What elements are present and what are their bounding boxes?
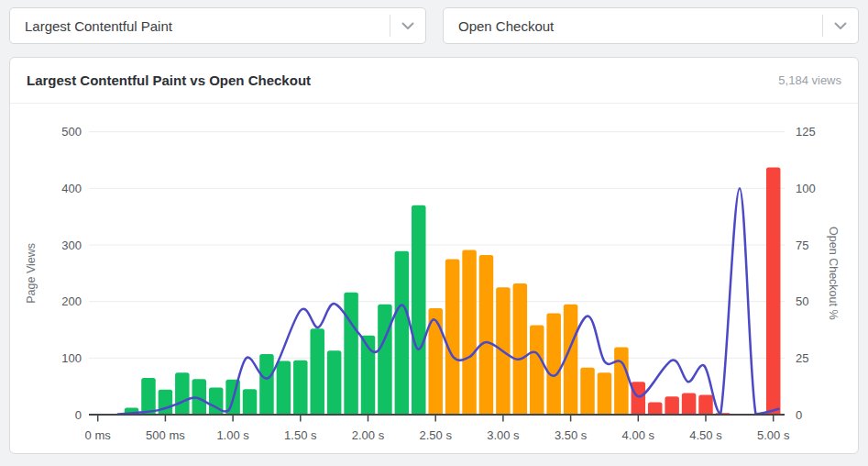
right-tick-label: 25 — [796, 351, 808, 365]
event-dropdown[interactable]: Open Checkout — [443, 7, 859, 44]
histogram-bar — [479, 255, 494, 415]
right-tick-label: 0 — [796, 408, 802, 422]
views-count: 5,184 views — [778, 73, 841, 87]
x-tick-label: 5.00 s — [757, 428, 790, 442]
histogram-bar — [632, 382, 646, 415]
histogram-bar — [580, 368, 595, 415]
right-tick-label: 100 — [796, 182, 816, 195]
histogram-bar — [293, 361, 308, 415]
histogram-bar — [445, 259, 460, 415]
chart-card-header: Largest Contentful Paint vs Open Checkou… — [10, 58, 858, 104]
histogram-bar — [698, 394, 713, 415]
histogram-bar — [344, 293, 358, 415]
left-tick-label: 100 — [61, 351, 82, 365]
x-tick-label: 3.50 s — [555, 428, 588, 442]
histogram-bar — [259, 354, 274, 415]
right-tick-label: 125 — [796, 125, 816, 139]
right-tick-label: 75 — [796, 239, 808, 252]
histogram-bar — [766, 168, 781, 415]
histogram-bar — [546, 314, 561, 415]
histogram-bar — [614, 348, 629, 415]
histogram-bar — [530, 326, 544, 415]
x-tick-label: 2.50 s — [419, 428, 452, 442]
histogram-bar — [598, 372, 612, 415]
histogram-bar — [243, 389, 258, 415]
histogram-bar — [648, 402, 663, 415]
histogram-bar — [141, 378, 156, 415]
chart-card: Largest Contentful Paint vs Open Checkou… — [9, 57, 859, 454]
left-tick-label: 300 — [61, 239, 82, 252]
histogram-bar — [175, 372, 190, 415]
histogram-bar — [378, 305, 392, 415]
histogram-bar — [310, 328, 324, 415]
histogram-bar — [277, 361, 291, 415]
metric-dropdown-value: Largest Contentful Paint — [10, 18, 390, 34]
right-axis-title: Open Checkout % — [827, 227, 840, 319]
histogram-bar — [462, 250, 477, 415]
x-tick-label: 4.50 s — [689, 428, 722, 442]
chart-area: 0 ms500 ms1.00 s1.50 s2.00 s2.50 s3.00 s… — [10, 104, 858, 453]
histogram-bar — [513, 283, 528, 415]
x-tick-label: 4.00 s — [622, 428, 655, 442]
x-tick-label: 1.00 s — [216, 428, 249, 442]
x-tick-label: 1.50 s — [284, 428, 317, 442]
histogram-bar — [327, 350, 342, 415]
chart-title: Largest Contentful Paint vs Open Checkou… — [27, 72, 778, 88]
left-tick-label: 0 — [75, 408, 82, 422]
event-dropdown-value: Open Checkout — [444, 18, 822, 34]
left-tick-label: 200 — [61, 294, 82, 308]
left-tick-label: 400 — [61, 182, 82, 195]
histogram-bar — [159, 390, 173, 415]
histogram-bar — [682, 394, 697, 415]
right-tick-label: 50 — [796, 294, 808, 308]
x-tick-label: 500 ms — [146, 428, 185, 442]
histogram-bar — [395, 251, 410, 415]
x-tick-label: 0 ms — [85, 428, 112, 442]
metric-dropdown[interactable]: Largest Contentful Paint — [9, 7, 426, 44]
x-tick-label: 2.00 s — [352, 428, 385, 442]
x-tick-label: 3.00 s — [487, 428, 520, 442]
chart-svg: 0 ms500 ms1.00 s1.50 s2.00 s2.50 s3.00 s… — [10, 104, 858, 453]
left-axis-title: Page Views — [25, 243, 38, 304]
histogram-bar — [665, 396, 679, 415]
chevron-down-icon — [390, 22, 425, 30]
histogram-bar — [412, 205, 426, 415]
left-tick-label: 500 — [61, 125, 82, 139]
chevron-down-icon — [823, 22, 858, 30]
